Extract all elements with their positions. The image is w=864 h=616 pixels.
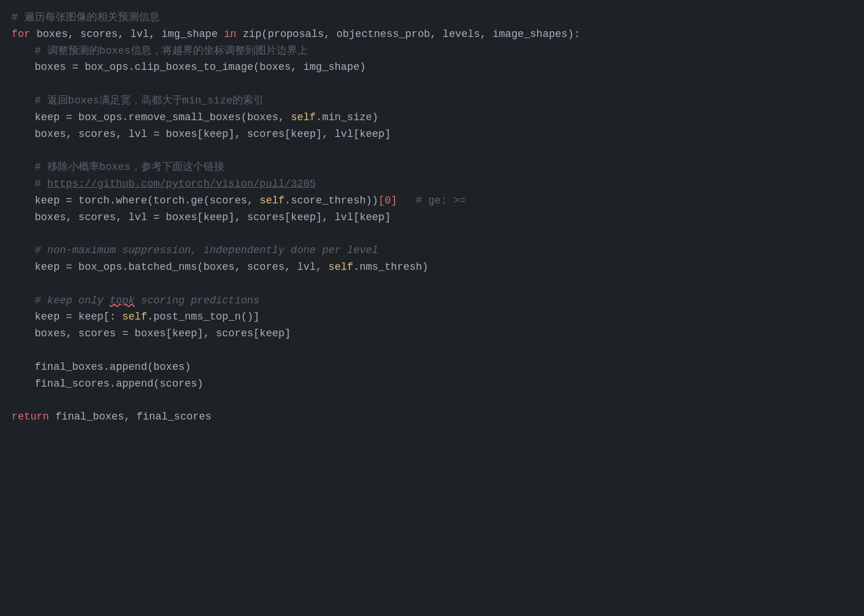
comment-hash: #	[35, 176, 47, 192]
boxes-scores-lvl-2: boxes, scores, lvl = boxes[keep], scores…	[35, 209, 391, 226]
line-final-boxes: final_boxes.append(boxes)	[12, 359, 852, 376]
empty-5	[12, 342, 852, 359]
keyword-for: for	[12, 26, 36, 43]
zip-call: zip(proposals, objectness_prob, levels, …	[243, 26, 580, 43]
topk-comment: # keep only topk scoring predictions	[35, 292, 260, 309]
code-editor: # 遍历每张图像的相关预测信息 for boxes, scores, lvl, …	[0, 9, 864, 425]
boxes-scores-3: boxes, scores = boxes[keep], scores[keep…	[35, 325, 291, 342]
comment-text-3: # 返回boxes满足宽，高都大于min_size的索引	[35, 92, 264, 109]
line-batched-nms: keep = box_ops.batched_nms(boxes, scores…	[12, 259, 852, 276]
self-1: self	[291, 109, 316, 126]
keyword-in: in	[224, 26, 242, 43]
line-boxes-scores-1: boxes, scores, lvl = boxes[keep], scores…	[12, 126, 852, 143]
boxes-scores-lvl-1: boxes, scores, lvl = boxes[keep], scores…	[35, 126, 391, 143]
comment-text-2: # 调整预测的boxes信息，将越界的坐标调整到图片边界上	[35, 43, 308, 60]
min-size: .min_size)	[316, 109, 378, 126]
github-link: https://github.com/pytorch/vision/pull/3…	[47, 176, 316, 192]
empty-4	[12, 276, 852, 292]
line-keep-post-nms: keep = keep[: self.post_nms_top_n()]	[12, 309, 852, 325]
line-comment-nms: # non-maximum suppression, independently…	[12, 242, 852, 259]
line-comment-4: # 移除小概率boxes，参考下面这个链接	[12, 159, 852, 176]
keep-assign-2: keep = torch.where(torch.ge(scores,	[35, 192, 260, 209]
line-boxes-scores-3: boxes, scores = boxes[keep], scores[keep…	[12, 325, 852, 342]
self-3: self	[328, 259, 353, 276]
line-comment-topk: # keep only topk scoring predictions	[12, 292, 852, 309]
final-scores-append: final_scores.append(scores)	[35, 376, 204, 392]
line-boxes-scores-2: boxes, scores, lvl = boxes[keep], scores…	[12, 209, 852, 226]
comment-text: # 遍历每张图像的相关预测信息	[12, 9, 160, 26]
line-return: return final_boxes, final_scores	[12, 409, 852, 425]
line-comment-link: # https://github.com/pytorch/vision/pull…	[12, 176, 852, 192]
ge-comment: # ge: >=	[416, 192, 466, 209]
line-clip: boxes = box_ops.clip_boxes_to_image(boxe…	[12, 59, 852, 76]
keep-assign-3: keep = box_ops.batched_nms(boxes, scores…	[35, 259, 328, 276]
line-final-scores: final_scores.append(scores)	[12, 376, 852, 392]
line-comment-1: # 遍历每张图像的相关预测信息	[12, 9, 852, 26]
nms-thresh: .nms_thresh)	[353, 259, 429, 276]
line-keep-remove: keep = box_ops.remove_small_boxes(boxes,…	[12, 109, 852, 126]
nms-comment: # non-maximum suppression, independently…	[35, 242, 378, 259]
line-comment-2: # 调整预测的boxes信息，将越界的坐标调整到图片边界上	[12, 43, 852, 60]
post-nms: .post_nms_top_n()]	[147, 309, 259, 325]
line-keep-where: keep = torch.where(torch.ge(scores, self…	[12, 192, 852, 209]
boxes-assign: boxes = box_ops.clip_boxes_to_image(boxe…	[35, 59, 366, 76]
score-thresh: .score_thresh))	[285, 192, 378, 209]
spaces	[397, 192, 416, 209]
return-values: final_boxes, final_scores	[56, 409, 212, 425]
line-comment-3: # 返回boxes满足宽，高都大于min_size的索引	[12, 92, 852, 109]
keep-assign-1: keep = box_ops.remove_small_boxes(boxes,	[35, 109, 291, 126]
keyword-return: return	[12, 409, 56, 425]
keep-slice: keep = keep[:	[35, 309, 122, 325]
empty-1	[12, 76, 852, 92]
bracket-0: [0]	[378, 192, 397, 209]
line-for: for boxes, scores, lvl, img_shape in zip…	[12, 26, 852, 43]
for-vars: boxes, scores, lvl, img_shape	[36, 26, 224, 43]
self-4: self	[122, 309, 147, 325]
self-2: self	[260, 192, 285, 209]
empty-2	[12, 142, 852, 159]
final-boxes-append: final_boxes.append(boxes)	[35, 359, 191, 376]
comment-text-4: # 移除小概率boxes，参考下面这个链接	[35, 159, 224, 176]
empty-3	[12, 225, 852, 242]
empty-6	[12, 392, 852, 409]
